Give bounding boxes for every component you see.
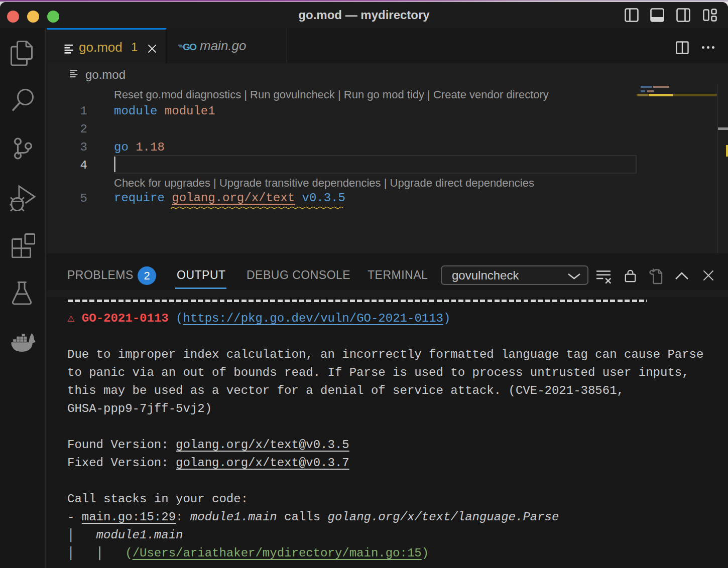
- svg-text:GO: GO: [183, 42, 196, 52]
